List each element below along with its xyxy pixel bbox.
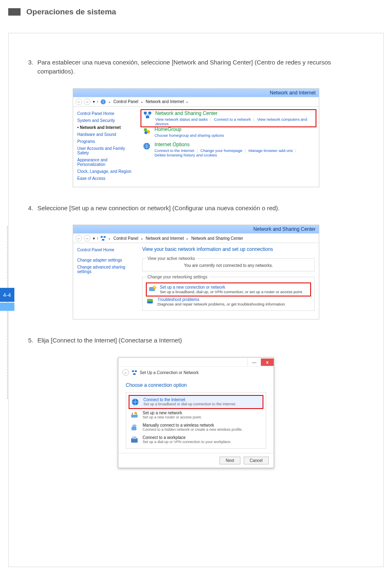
sidebar-appearance[interactable]: Appearance and Personalization bbox=[77, 156, 135, 168]
wizard-option-manual-wireless[interactable]: Manually connect to a wireless network C… bbox=[129, 421, 263, 434]
sidebar-hardware-sound[interactable]: Hardware and Sound bbox=[77, 131, 135, 138]
window-titlebar-b: Network and Sharing Center bbox=[73, 225, 319, 233]
io-link-connect[interactable]: Connect to the Internet bbox=[154, 148, 194, 153]
svg-rect-9 bbox=[104, 236, 106, 238]
svg-rect-21 bbox=[131, 427, 136, 430]
sidebar-system-security[interactable]: System and Security bbox=[77, 117, 135, 124]
nsc-link-connect[interactable]: Connect to a network bbox=[214, 117, 251, 122]
option-setup-connection[interactable]: Set up a new connection or network Set u… bbox=[148, 284, 309, 295]
sidebar-network-internet[interactable]: Network and Internet bbox=[77, 124, 135, 131]
network-sharing-icon bbox=[143, 110, 152, 119]
screenshot-network-and-internet: Network and Internet ← → ▾ ↑ Control Pan… bbox=[73, 88, 319, 187]
header-swatch bbox=[8, 8, 21, 16]
svg-rect-3 bbox=[146, 116, 149, 118]
back-arrow-icon[interactable]: ← bbox=[76, 235, 82, 241]
wizard-option-workplace[interactable]: Connect to a workplace Set up a dial-up … bbox=[129, 434, 263, 446]
page-number-tab-accent bbox=[0, 303, 14, 311]
svg-point-6 bbox=[145, 131, 148, 134]
option-setup-connection-highlight: Set up a new connection or network Set u… bbox=[146, 283, 311, 296]
close-button[interactable]: x bbox=[261, 358, 274, 366]
crumb-root[interactable]: Control Panel bbox=[113, 99, 138, 104]
sidebar-user-accounts[interactable]: User Accounts and Family Safety bbox=[77, 145, 135, 156]
crumb-root-b[interactable]: Control Panel bbox=[113, 236, 138, 241]
cancel-button[interactable]: Cancel bbox=[244, 457, 269, 464]
crumb-leaf-b[interactable]: Network and Sharing Center bbox=[191, 236, 243, 241]
sidebar-b-home[interactable]: Control Panel Home bbox=[77, 246, 135, 253]
svg-point-4 bbox=[144, 128, 147, 131]
troubleshoot-title: Troubleshoot problems bbox=[157, 297, 286, 302]
nsc-link-status[interactable]: View network status and tasks bbox=[155, 117, 208, 122]
wiz3-desc: Connect to a hidden network or create a … bbox=[143, 427, 243, 432]
troubleshoot-desc: Diagnose and repair network problems, or… bbox=[157, 302, 286, 306]
screenshot-wizard: — x ← Set Up a Connection or Network Cho… bbox=[118, 357, 274, 468]
router-icon bbox=[129, 411, 139, 420]
wizard-option-new-network[interactable]: Set up a new network Set up a new router… bbox=[129, 409, 263, 421]
io-title: Internet Options bbox=[154, 142, 298, 147]
wizard-title: Set Up a Connection or Network bbox=[140, 370, 198, 375]
io-link-homepage[interactable]: Change your homepage bbox=[201, 148, 242, 153]
sidebar-clock-language[interactable]: Clock, Language, and Region bbox=[77, 168, 135, 175]
spine-dots bbox=[7, 226, 8, 399]
window-titlebar: Network and Internet bbox=[73, 89, 319, 97]
network-icon bbox=[100, 235, 106, 241]
svg-rect-14 bbox=[147, 301, 153, 303]
crumb-leaf[interactable]: Network and Internet bbox=[146, 99, 184, 104]
step-4: 4. Seleccione [Set up a new connection o… bbox=[25, 204, 367, 213]
active-networks-msg: You are currently not connected to any n… bbox=[146, 263, 311, 268]
section-title: Operaciones de sistema bbox=[26, 7, 116, 16]
sidebar-home[interactable]: Control Panel Home bbox=[77, 110, 135, 117]
forward-arrow-icon[interactable]: → bbox=[84, 99, 90, 105]
wizard-heading: Choose a connection option bbox=[126, 382, 266, 388]
io-link-delete-history[interactable]: Delete browsing history and cookies bbox=[154, 153, 217, 157]
sidebar-programs[interactable]: Programs bbox=[77, 138, 135, 145]
back-arrow-icon[interactable]: ← bbox=[122, 369, 129, 376]
globe-icon bbox=[100, 99, 106, 105]
wiz3-title: Manually connect to a wireless network bbox=[143, 423, 243, 427]
setup-connection-icon bbox=[148, 285, 157, 293]
wiz2-title: Set up a new network bbox=[143, 411, 202, 415]
wizard-option-connect-internet[interactable]: Connect to the Internet Set up a broadba… bbox=[129, 395, 263, 409]
legend-change: Change your networking settings bbox=[146, 275, 209, 279]
io-link-addons[interactable]: Manage browser add-ons bbox=[249, 148, 293, 153]
category-internet-options[interactable]: Internet Options Connect to the Internet… bbox=[142, 142, 315, 157]
step-5-text: Elija [Connect to the Internet] (Conecta… bbox=[37, 336, 367, 345]
category-network-sharing-center[interactable]: Network and Sharing Center View network … bbox=[141, 109, 316, 127]
nsc-title: Network and Sharing Center bbox=[155, 110, 314, 116]
step-3-text: Para establecer una nueva conexión, sele… bbox=[37, 58, 367, 76]
svg-point-20 bbox=[134, 412, 137, 414]
wiz1-title: Connect to the Internet bbox=[143, 397, 236, 402]
svg-rect-1 bbox=[144, 112, 147, 114]
content-frame: 4-4 3. Para establecer una nueva conexió… bbox=[8, 33, 384, 567]
hg-link-options[interactable]: Choose homegroup and sharing options bbox=[154, 133, 224, 138]
category-homegroup[interactable]: HomeGroup Choose homegroup and sharing o… bbox=[142, 126, 315, 138]
internet-options-icon bbox=[142, 142, 151, 151]
pane-title-b: View your basic network information and … bbox=[142, 246, 315, 252]
back-arrow-icon[interactable]: ← bbox=[76, 99, 82, 105]
group-active-networks: View your active networks You are curren… bbox=[142, 256, 315, 271]
sidebar-b-adapter[interactable]: Change adapter settings bbox=[77, 257, 135, 264]
forward-arrow-icon[interactable]: → bbox=[84, 235, 90, 241]
option-troubleshoot[interactable]: Troubleshoot problems Diagnose and repai… bbox=[146, 296, 311, 307]
legend-active: View your active networks bbox=[146, 256, 196, 261]
setup-connection-desc: Set up a broadband, dial-up, or VPN conn… bbox=[160, 289, 303, 294]
svg-rect-17 bbox=[133, 373, 136, 375]
svg-rect-16 bbox=[135, 370, 137, 372]
sidebar-b: Control Panel Home Change adapter settin… bbox=[77, 246, 135, 314]
crumb-mid-b[interactable]: Network and Internet bbox=[146, 236, 184, 241]
sidebar-b-advanced[interactable]: Change advanced sharing settings bbox=[77, 264, 135, 275]
main-pane: Network and Sharing Center View network … bbox=[142, 110, 315, 182]
minimize-button[interactable]: — bbox=[247, 358, 261, 366]
svg-rect-10 bbox=[102, 239, 104, 241]
svg-rect-8 bbox=[101, 236, 103, 238]
svg-rect-19 bbox=[131, 415, 138, 418]
wiz2-desc: Set up a new router or access point. bbox=[143, 415, 202, 419]
window-chrome: — x bbox=[118, 358, 274, 367]
sidebar-ease-access[interactable]: Ease of Access bbox=[77, 175, 135, 182]
sidebar: Control Panel Home System and Security N… bbox=[77, 110, 135, 182]
svg-rect-15 bbox=[132, 370, 134, 372]
step-4-number: 4. bbox=[25, 204, 37, 213]
wiz1-desc: Set up a broadband or dial-up connection… bbox=[143, 402, 236, 406]
page-number-tab: 4-4 bbox=[0, 288, 14, 302]
wiz4-title: Connect to a workplace bbox=[143, 435, 231, 440]
next-button[interactable]: Next bbox=[219, 457, 240, 464]
